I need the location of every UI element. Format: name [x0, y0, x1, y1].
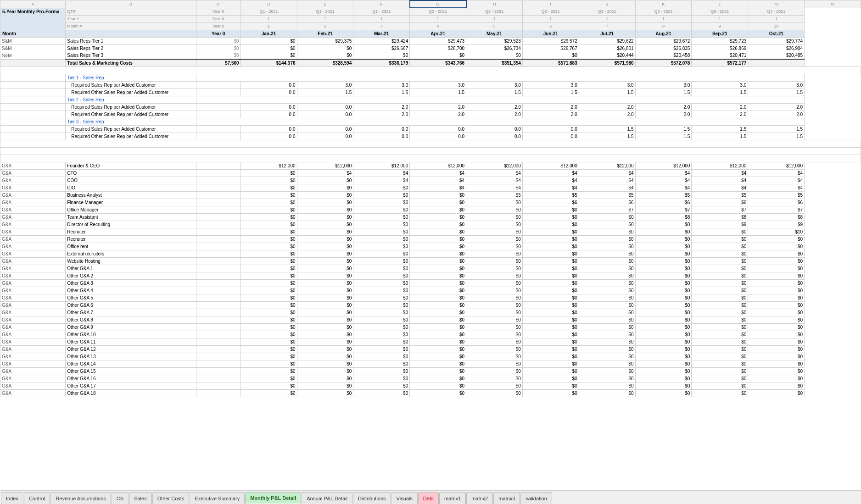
- year0-qtr: Year 0: [196, 8, 240, 15]
- tab-monthly-pl[interactable]: Monthly P&L Detail: [245, 492, 301, 504]
- tab-validation[interactable]: validation: [520, 492, 552, 504]
- tab-bar: Index Control Revenue Assumptions CS Sal…: [0, 490, 861, 504]
- ga-website-row: G&A Website Hosting $0 $0 $0 $0 $0 $0 $0…: [0, 257, 861, 265]
- q3-2021-3: Q3 - 2021: [692, 8, 748, 15]
- ga-cfo-row: G&A CFO $0 $4 $4 $4 $4 $4 $4 $4 $4 $4: [0, 169, 861, 177]
- ga-external-row: G&A External recruiters $0 $0 $0 $0 $0 $…: [0, 250, 861, 257]
- header-row-2: Year # Year 0 1 1 1 1 1 1 1 1 1 1: [0, 15, 861, 22]
- ga-cio-row: G&A CIO $0 $0 $0 $4 $4 $4 $4 $4 $4 $4: [0, 184, 861, 191]
- ga-ba-row: G&A Business Analyst $0 $0 $0 $0 $5 $5 $…: [0, 191, 861, 199]
- ga-other5-row: G&AOther G&A 5$0$0$0$0$0$0$0$0$0$0: [0, 294, 861, 301]
- ga-other15-row: G&AOther G&A 15$0$0$0$0$0$0$0$0$0$0: [0, 367, 861, 375]
- ga-other2-row: G&AOther G&A 2$0$0$0$0$0$0$0$0$0$0: [0, 272, 861, 279]
- tier1-header-row: Tier 1 - Sales Rep: [0, 74, 861, 81]
- col-c: C: [196, 0, 240, 8]
- col-d: D: [240, 0, 297, 8]
- sm-tier1-row: S&M Sales Reps Tier 1 $0 $0 $29,375 $29,…: [0, 37, 861, 44]
- col-letters-row: A B C D E F G H I J K L M N: [0, 0, 861, 8]
- tab-annual-pl[interactable]: Annual P&L Detail: [302, 492, 352, 504]
- spacer-3: [0, 147, 861, 155]
- q3-2021-2: Q3 - 2021: [635, 8, 692, 15]
- q1-2021-3: Q1 - 2021: [353, 8, 410, 15]
- ga-ta-row: G&A Team Assistant $0 $0 $0 $0 $0 $0 $0 …: [0, 213, 861, 221]
- ga-other9-row: G&AOther G&A 9$0$0$0$0$0$0$0$0$0$0: [0, 323, 861, 331]
- ga-other7-row: G&AOther G&A 7$0$0$0$0$0$0$0$0$0$0: [0, 309, 861, 316]
- qtr-label: QTR: [66, 8, 196, 15]
- tier1-data-row2: Required Other Sales Rep per Added Custo…: [0, 89, 861, 96]
- ga-other8-row: G&AOther G&A 8$0$0$0$0$0$0$0$0$0$0: [0, 316, 861, 323]
- ga-founder-row: G&A Founder & CEO $12,000 $12,000 $12,00…: [0, 162, 861, 169]
- month-col-header: Month: [0, 30, 66, 37]
- ga-other10-row: G&AOther G&A 10$0$0$0$0$0$0$0$0$0$0: [0, 331, 861, 338]
- tab-revenue-assumptions[interactable]: Revenue Assumptions: [50, 492, 111, 504]
- ga-other14-row: G&AOther G&A 14$0$0$0$0$0$0$0$0$0$0: [0, 360, 861, 367]
- tab-matrix2[interactable]: matrix2: [466, 492, 493, 504]
- tab-distributions[interactable]: Distributions: [353, 492, 391, 504]
- q3-2021-1: Q3 - 2021: [579, 8, 635, 15]
- col-b: B: [66, 0, 196, 8]
- ga-officerent-row: G&A Office rent $0 $0 $0 $0 $0 $0 $0 $0 …: [0, 243, 861, 250]
- tab-sales[interactable]: Sales: [129, 492, 152, 504]
- year0-num: Year 0: [196, 15, 240, 22]
- ga-coo-row: G&A COO $0 $0 $4 $4 $4 $4 $4 $4 $4 $4: [0, 177, 861, 184]
- ga-other18-row: G&AOther G&A 18$0$0$0$0$0$0$0$0$0$0: [0, 389, 861, 397]
- tier2-header-row: Tier 2 - Sales Rep: [0, 96, 861, 103]
- ga-other12-row: G&AOther G&A 12$0$0$0$0$0$0$0$0$0$0: [0, 345, 861, 353]
- ga-other4-row: G&AOther G&A 4$0$0$0$0$0$0$0$0$0$0: [0, 287, 861, 294]
- tab-matrix3[interactable]: matrix3: [493, 492, 520, 504]
- tab-index[interactable]: Index: [1, 492, 23, 504]
- spreadsheet-container: A B C D E F G H I J K L M N: [0, 0, 861, 504]
- ga-fm-row: G&A Finance Manager $0 $0 $0 $0 $0 $6 $6…: [0, 199, 861, 206]
- col-k: K: [635, 0, 692, 8]
- q4-2021-1: Q4 - 2021: [748, 8, 805, 15]
- year-label: Year #: [66, 15, 196, 22]
- ga-recruiter1-row: G&A Recruiter $0 $0 $0 $0 $0 $0 $0 $0 $0…: [0, 228, 861, 235]
- col-h: H: [466, 0, 523, 8]
- total-sm-row: Total Sales & Marketing Costs $7,500 $14…: [0, 59, 861, 66]
- q2-2021-3: Q2 - 2021: [522, 8, 579, 15]
- q1-2021-2: Q1 - 2021: [297, 8, 353, 15]
- sm-tier2-row: S&M Sales Reps Tier 2 $0 $0 $0 $26,667 $…: [0, 44, 861, 52]
- tier2-data-row2: Required Other Sales Rep per Added Custo…: [0, 111, 861, 118]
- q2-2021-1: Q2 - 2021: [410, 8, 466, 15]
- col-e: E: [297, 0, 353, 8]
- ga-other3-row: G&AOther G&A 3$0$0$0$0$0$0$0$0$0$0: [0, 279, 861, 287]
- tier3-data-row1: Required Sales Rep per Added Customer 0.…: [0, 125, 861, 133]
- header-row-1: 5-Year Monthly Pro-Forma QTR Year 0 Q1 -…: [0, 8, 861, 15]
- ga-recruiter2-row: G&A Recruiter $0 $0 $0 $0 $0 $0 $0 $0 $0…: [0, 235, 861, 243]
- tab-cs[interactable]: CS: [112, 492, 129, 504]
- ga-other17-row: G&AOther G&A 17$0$0$0$0$0$0$0$0$0$0: [0, 382, 861, 389]
- q1-2021-1: Q1 - 2021: [240, 8, 297, 15]
- tier1-data-row1: Required Sales Rep per Added Customer 0.…: [0, 81, 861, 89]
- tab-other-costs[interactable]: Other Costs: [152, 492, 190, 504]
- ga-other6-row: G&AOther G&A 6$0$0$0$0$0$0$0$0$0$0: [0, 301, 861, 309]
- tier3-header-row: Tier 3 - Sales Rep: [0, 118, 861, 125]
- main-table: A B C D E F G H I J K L M N: [0, 0, 861, 397]
- q2-2021-2: Q2 - 2021: [466, 8, 523, 15]
- spacer-1: [0, 66, 861, 74]
- col-f: F: [353, 0, 410, 8]
- tab-debt[interactable]: Debt: [418, 492, 439, 504]
- month-names-row: Month Year 0 Jan-21 Feb-21 Mar-21 Apr-21…: [0, 30, 861, 37]
- col-i: I: [522, 0, 579, 8]
- month-label: Month #: [66, 22, 196, 30]
- ga-dr-row: G&A Director of Recruiting $0 $0 $0 $0 $…: [0, 221, 861, 228]
- spreadsheet-area[interactable]: A B C D E F G H I J K L M N: [0, 0, 861, 490]
- col-g: G: [410, 0, 466, 8]
- tab-control[interactable]: Control: [24, 492, 50, 504]
- ga-om-row: G&A Office Manager $0 $0 $0 $0 $0 $0 $7 …: [0, 206, 861, 213]
- sm-tier3-row: S&M Sales Reps Tier 3 $0 $0 $0 $0 $0 $0 …: [0, 52, 861, 59]
- tier3-data-row2: Required Other Sales Rep per Added Custo…: [0, 133, 861, 140]
- col-m: M: [748, 0, 805, 8]
- tab-matrix1[interactable]: matrix1: [439, 492, 466, 504]
- tab-visuals[interactable]: Visuals: [391, 492, 418, 504]
- ga-other16-row: G&AOther G&A 16$0$0$0$0$0$0$0$0$0$0: [0, 375, 861, 382]
- col-n: N: [805, 0, 861, 8]
- col-j: J: [579, 0, 635, 8]
- proforma-title-cell: 5-Year Monthly Pro-Forma: [0, 8, 66, 30]
- tab-executive-summary[interactable]: Executive Summary: [190, 492, 245, 504]
- tier2-data-row1: Required Sales Rep per Added Customer 0.…: [0, 103, 861, 111]
- spacer-4: [0, 155, 861, 162]
- col-a: A: [0, 0, 66, 8]
- ga-other13-row: G&AOther G&A 13$0$0$0$0$0$0$0$0$0$0: [0, 353, 861, 360]
